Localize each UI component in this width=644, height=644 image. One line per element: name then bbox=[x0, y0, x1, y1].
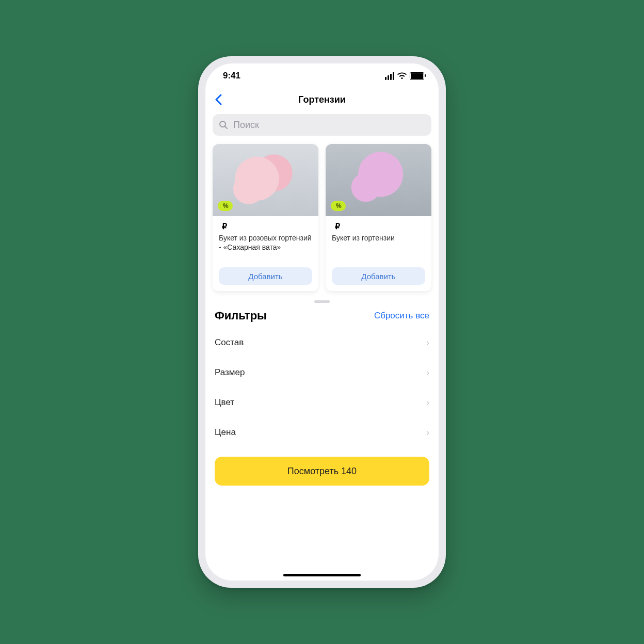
chevron-right-icon: › bbox=[426, 367, 429, 378]
filter-row-color[interactable]: Цвет › bbox=[215, 388, 429, 417]
discount-badge: % bbox=[331, 201, 346, 211]
product-name: Букет из гортензии bbox=[332, 233, 425, 261]
filter-row-size[interactable]: Размер › bbox=[215, 358, 429, 388]
product-price: ₽ bbox=[219, 221, 312, 231]
search-field[interactable] bbox=[213, 114, 431, 136]
discount-suffix: % bbox=[336, 202, 342, 210]
back-button[interactable] bbox=[212, 88, 225, 111]
add-button[interactable]: Добавить bbox=[332, 267, 425, 285]
filters-section: Фильтры Сбросить все Состав › Размер › Ц… bbox=[205, 307, 439, 447]
product-card[interactable]: % ₽ Букет из розовых гортензий - «Сахарн… bbox=[213, 144, 318, 291]
filter-row-composition[interactable]: Состав › bbox=[215, 328, 429, 358]
product-grid: % ₽ Букет из розовых гортензий - «Сахарн… bbox=[205, 144, 439, 291]
discount-badge: % bbox=[218, 201, 233, 211]
filters-title: Фильтры bbox=[215, 309, 267, 323]
search-icon bbox=[219, 120, 228, 130]
cellular-icon bbox=[385, 72, 394, 80]
nav-header: Гортензии bbox=[205, 88, 439, 111]
view-results-button[interactable]: Посмотреть 140 bbox=[215, 457, 429, 486]
status-bar: 9:41 bbox=[205, 63, 439, 88]
svg-line-1 bbox=[225, 126, 227, 128]
currency-symbol: ₽ bbox=[335, 221, 340, 231]
product-image: % bbox=[213, 144, 318, 216]
filters-header: Фильтры Сбросить все bbox=[215, 309, 429, 323]
status-time: 9:41 bbox=[223, 71, 240, 81]
status-icons bbox=[385, 72, 424, 80]
product-body: ₽ Букет из розовых гортензий - «Сахарная… bbox=[213, 216, 318, 291]
reset-filters-button[interactable]: Сбросить все bbox=[374, 311, 429, 321]
add-button[interactable]: Добавить bbox=[219, 267, 312, 285]
chevron-left-icon bbox=[215, 94, 222, 105]
filter-label: Размер bbox=[215, 367, 245, 378]
filter-label: Цвет bbox=[215, 397, 234, 408]
battery-icon bbox=[410, 72, 424, 80]
filter-label: Цена bbox=[215, 427, 236, 438]
product-price: ₽ bbox=[332, 221, 425, 231]
phone-frame: 9:41 Гортензии bbox=[198, 56, 446, 588]
wifi-icon bbox=[397, 72, 407, 79]
filter-row-price[interactable]: Цена › bbox=[215, 417, 429, 447]
product-card[interactable]: % ₽ Букет из гортензии Добавить bbox=[326, 144, 431, 291]
chevron-right-icon: › bbox=[426, 397, 429, 408]
sheet-handle[interactable] bbox=[205, 291, 439, 307]
product-image: % bbox=[326, 144, 431, 216]
chevron-right-icon: › bbox=[426, 337, 429, 348]
discount-suffix: % bbox=[223, 202, 229, 210]
filter-label: Состав bbox=[215, 337, 244, 348]
chevron-right-icon: › bbox=[426, 427, 429, 438]
phone-screen: 9:41 Гортензии bbox=[205, 63, 439, 581]
page-title: Гортензии bbox=[298, 94, 346, 105]
search-wrap bbox=[205, 111, 439, 144]
search-input[interactable] bbox=[232, 119, 425, 131]
currency-symbol: ₽ bbox=[222, 221, 227, 231]
home-indicator[interactable] bbox=[283, 574, 361, 576]
product-body: ₽ Букет из гортензии Добавить bbox=[326, 216, 431, 291]
product-name: Букет из розовых гортензий - «Сахарная в… bbox=[219, 233, 312, 261]
